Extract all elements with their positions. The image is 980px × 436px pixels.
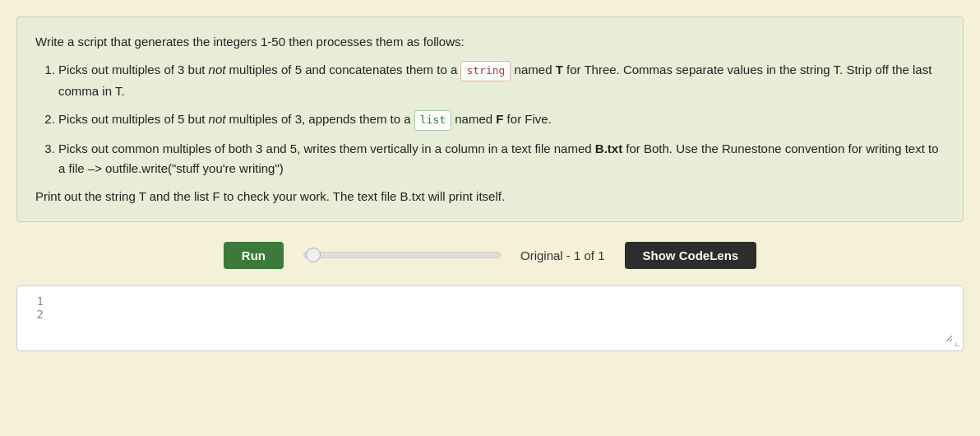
- list-item-3: Picks out common multiples of both 3 and…: [58, 139, 945, 179]
- list-badge: list: [414, 110, 451, 131]
- resize-handle: ⌞: [955, 335, 960, 348]
- show-codelens-button[interactable]: Show CodeLens: [625, 242, 757, 269]
- footer-text: Print out the string T and the list F to…: [35, 187, 945, 206]
- intro-text: Write a script that generates the intege…: [35, 32, 945, 52]
- controls-row: Run Original - 1 of 1 Show CodeLens: [16, 235, 964, 276]
- item2-F: F: [496, 112, 503, 126]
- code-editor-area: 1 2: [16, 285, 964, 351]
- run-button[interactable]: Run: [224, 242, 284, 269]
- line-numbers: 1 2: [27, 295, 44, 342]
- instructions-box: Write a script that generates the intege…: [16, 16, 964, 222]
- code-editor-wrapper: 1 2 ⌞: [16, 285, 964, 351]
- item2-text: Picks out multiples of 5 but not multipl…: [58, 112, 552, 126]
- line-number-1: 1: [27, 295, 44, 308]
- string-badge: string: [460, 61, 511, 81]
- item2-not: not: [209, 112, 226, 126]
- slider-thumb[interactable]: [306, 248, 321, 262]
- item1-text: Picks out multiples of 3 but not multipl…: [58, 63, 931, 98]
- status-text: Original - 1 of 1: [520, 248, 605, 262]
- list-item-2: Picks out multiples of 5 but not multipl…: [58, 109, 945, 131]
- slider-track[interactable]: [303, 252, 501, 258]
- page-container: Write a script that generates the intege…: [16, 16, 964, 351]
- slider-area: [303, 252, 501, 258]
- item3-btxt: B.txt: [595, 141, 622, 155]
- list-item-1: Picks out multiples of 3 but not multipl…: [58, 60, 945, 101]
- item1-not: not: [209, 63, 226, 77]
- instructions-list: Picks out multiples of 3 but not multipl…: [58, 60, 945, 179]
- item1-T: T: [556, 63, 563, 77]
- line-number-2: 2: [27, 308, 44, 321]
- item3-text: Picks out common multiples of both 3 and…: [58, 141, 939, 175]
- code-input[interactable]: [57, 295, 953, 342]
